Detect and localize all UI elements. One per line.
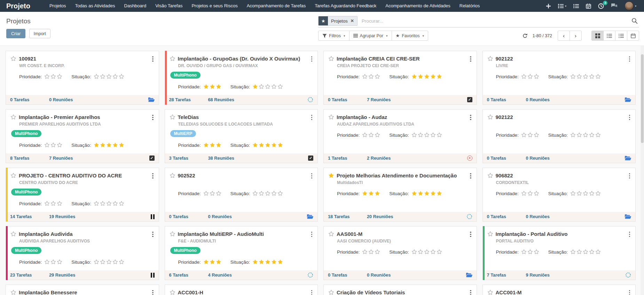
situation-star[interactable] xyxy=(100,142,105,148)
calendar-view-button[interactable] xyxy=(627,31,639,41)
project-card[interactable]: Projeto Melhorias Atendimento e Document… xyxy=(323,168,477,222)
situation-star[interactable] xyxy=(595,249,601,255)
search-facet-projetos[interactable]: ★ Projetos ✕ xyxy=(318,16,358,26)
priority-star[interactable] xyxy=(210,142,215,148)
situation-star[interactable] xyxy=(570,191,576,196)
priority-star[interactable] xyxy=(534,132,539,138)
meetings-count[interactable]: 38 Reuniões xyxy=(208,156,308,161)
kebab-menu-icon[interactable] xyxy=(469,56,472,62)
situation-star[interactable] xyxy=(100,259,105,265)
project-card[interactable]: ACC001-H xyxy=(165,285,318,295)
situation-star[interactable] xyxy=(265,191,270,196)
priority-star[interactable] xyxy=(216,191,221,196)
situation-star[interactable] xyxy=(252,84,258,89)
meetings-count[interactable]: 0 Reuniões xyxy=(526,97,625,102)
tasks-count[interactable]: 14 Tarefas xyxy=(10,214,49,219)
situation-star[interactable] xyxy=(583,132,588,138)
situation-star[interactable] xyxy=(252,259,258,265)
project-card[interactable]: 906822 CORDONTEXTIL Prioridade: Situação… xyxy=(482,168,636,222)
situation-star[interactable] xyxy=(265,84,270,89)
situation-star[interactable] xyxy=(595,132,601,138)
favorite-star-toggle[interactable] xyxy=(10,173,16,178)
card-status-button[interactable]: ✓ xyxy=(467,97,472,102)
meetings-count[interactable]: 0 Reuniões xyxy=(526,214,625,219)
tasks-count[interactable]: 18 Tarefas xyxy=(328,214,367,219)
situation-star[interactable] xyxy=(418,191,423,196)
favorite-star-toggle[interactable] xyxy=(10,114,16,120)
card-status-button[interactable] xyxy=(148,97,155,102)
favorite-star-toggle[interactable] xyxy=(487,231,493,237)
situation-star[interactable] xyxy=(430,191,436,196)
priority-star[interactable] xyxy=(368,191,374,196)
situation-star[interactable] xyxy=(430,74,436,79)
kebab-menu-icon[interactable] xyxy=(311,231,313,238)
situation-star[interactable] xyxy=(259,142,264,148)
situation-star[interactable] xyxy=(112,74,118,79)
favorite-star-toggle[interactable] xyxy=(487,173,493,178)
situation-star[interactable] xyxy=(119,74,124,79)
priority-star[interactable] xyxy=(375,132,380,138)
situation-star[interactable] xyxy=(430,249,436,255)
situation-star[interactable] xyxy=(277,259,283,265)
situation-star[interactable] xyxy=(583,74,588,79)
card-status-button[interactable]: ✓ xyxy=(308,156,313,161)
project-card[interactable]: 902122 LIVRE Prioridade: Situação: 0 Tar… xyxy=(482,51,636,105)
facet-remove-icon[interactable]: ✕ xyxy=(351,18,354,23)
meetings-count[interactable]: 19 Reuniões xyxy=(49,214,151,219)
tasks-count[interactable]: 28 Tarefas xyxy=(169,97,208,102)
project-tag[interactable]: MultiERP xyxy=(170,130,196,137)
situation-star[interactable] xyxy=(94,74,99,79)
favorite-star-toggle[interactable] xyxy=(487,56,493,62)
favorite-star-toggle[interactable] xyxy=(328,56,334,62)
tasks-count[interactable]: 6 Tarefas xyxy=(169,272,208,278)
situation-star[interactable] xyxy=(576,74,582,79)
priority-star[interactable] xyxy=(44,201,50,206)
favorite-star-toggle[interactable] xyxy=(10,289,16,295)
meetings-count[interactable]: 7 Reuniões xyxy=(367,97,467,102)
messages-button[interactable] xyxy=(607,0,621,12)
nav-item-projetos-e-seus-riscos[interactable]: Projetos e seus Riscos xyxy=(187,0,242,12)
kebab-menu-icon[interactable] xyxy=(469,289,472,295)
meetings-count[interactable]: 0 Reuniões xyxy=(526,156,625,161)
nav-item-visao-tarefas[interactable]: Visão Tarefas xyxy=(151,0,187,12)
card-status-button[interactable] xyxy=(466,272,472,278)
project-card[interactable]: AAS001-M AASI COMERCIO (AUDIVE) Priorida… xyxy=(323,226,477,280)
situation-star[interactable] xyxy=(418,74,423,79)
priority-star[interactable] xyxy=(44,74,50,79)
priority-star[interactable] xyxy=(203,142,209,148)
situation-star[interactable] xyxy=(570,249,576,255)
project-tag[interactable]: MultiPhono xyxy=(11,189,41,196)
priority-star[interactable] xyxy=(50,74,56,79)
situation-star[interactable] xyxy=(589,191,595,196)
situation-star[interactable] xyxy=(119,201,124,206)
priority-star[interactable] xyxy=(521,132,527,138)
meetings-count[interactable]: 7 Reuniões xyxy=(49,156,149,161)
priority-star[interactable] xyxy=(203,84,209,89)
situation-star[interactable] xyxy=(106,74,112,79)
priority-star[interactable] xyxy=(527,249,533,255)
priority-star[interactable] xyxy=(210,191,215,196)
favorite-star-toggle[interactable] xyxy=(487,114,493,120)
create-button[interactable]: Criar xyxy=(6,29,25,38)
situation-star[interactable] xyxy=(277,142,283,148)
group-by-dropdown[interactable]: Agrupar Por▾ xyxy=(349,31,392,41)
search-icon[interactable] xyxy=(630,18,639,24)
situation-star[interactable] xyxy=(112,201,118,206)
project-card[interactable]: 100921 WR CONST. E INCORP. Prioridade: S… xyxy=(6,51,159,105)
situation-star[interactable] xyxy=(411,132,417,138)
situation-star[interactable] xyxy=(424,132,430,138)
priority-star[interactable] xyxy=(375,249,380,255)
situation-star[interactable] xyxy=(437,249,442,255)
situation-star[interactable] xyxy=(589,249,595,255)
favorite-star-toggle[interactable] xyxy=(170,231,175,237)
situation-star[interactable] xyxy=(424,74,430,79)
project-card[interactable]: 902522 Prioridade: Situação: 0 Tarefas 0… xyxy=(165,168,318,222)
kebab-menu-icon[interactable] xyxy=(628,173,631,179)
situation-star[interactable] xyxy=(277,84,283,89)
card-status-button[interactable] xyxy=(625,214,631,219)
priority-star[interactable] xyxy=(57,259,62,265)
priority-star[interactable] xyxy=(368,132,374,138)
priority-star[interactable] xyxy=(527,191,533,196)
situation-star[interactable] xyxy=(112,259,118,265)
favorite-star-toggle[interactable] xyxy=(170,289,175,295)
